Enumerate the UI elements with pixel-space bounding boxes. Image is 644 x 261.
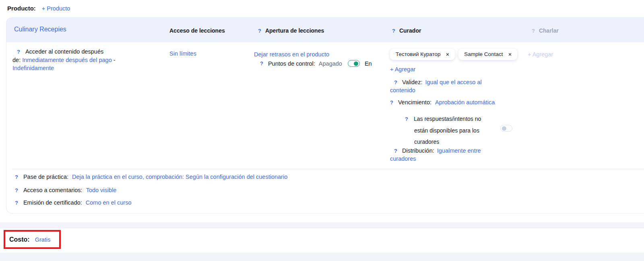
validity-link[interactable]: Igual que el acceso al [425,79,481,85]
section-separator [0,253,644,261]
distribution-line2: curadores [390,155,503,163]
column-header-lesson-access: Acceso de lecciones [169,27,225,34]
column-label: Curador [399,27,421,34]
comments-access-row: ? Acceso a comentarios: Todo visible [15,187,116,193]
dash: - [114,57,116,63]
card-divider [12,169,644,169]
section-separator [0,222,644,228]
toggle-knob [502,126,506,130]
help-icon[interactable]: ? [390,99,393,106]
column-header-chat: ? Charlar [532,27,559,34]
card-header: Culinary Recepies Acceso de lecciones ? … [6,18,644,42]
content-access-line1: ?Acceder al contenido después [12,48,161,56]
curator-chip[interactable]: Sample Contact ✕ [458,49,517,60]
content-access-line2: de: Inmediatamente después del pago - [12,56,161,64]
certificate-row: ? Emisión de certificado: Como en el cur… [15,199,131,206]
cost-value-link[interactable]: Gratis [35,236,51,243]
validity-line2: contenido [390,87,503,95]
curator-chip[interactable]: Тестовий Куратор ✕ [390,49,455,60]
help-icon[interactable]: ? [15,174,18,180]
chip-label: Тестовий Куратор [396,51,441,57]
answers-line1: ?Las respuestas/intentos no [405,113,500,125]
checkpoints-setting: ? Puntos de control: Apagado En [260,60,372,67]
checkpoints-label: Puntos de control: [268,60,315,67]
content-access-line3: Indefinidamente [12,64,161,72]
column-label: Acceso de lecciones [169,27,225,34]
product-toolbar: Producto: + Producto [7,5,70,12]
help-icon[interactable]: ? [394,148,397,154]
help-icon[interactable]: ? [392,28,395,34]
page: Producto: + Producto Culinary Recepies A… [0,0,644,261]
checkpoints-toggle[interactable] [348,60,360,67]
curator-chips: Тестовий Куратор ✕ Sample Contact ✕ [390,49,517,60]
distribution-link[interactable]: curadores [390,155,416,162]
answers-line2: están disponibles para los [405,125,500,136]
content-access-label: Acceder al contenido después [25,48,103,55]
validity-label: Validez: [402,79,423,85]
practice-pass-label: Pase de práctica: [23,174,68,180]
cost-highlight-annotation: Costo: Gratis [4,230,61,249]
comments-access-link[interactable]: Todo visible [86,187,117,193]
help-icon[interactable]: ? [258,28,261,34]
answers-toggle[interactable] [500,125,512,132]
distribution-line1: ?Distribución:Igualmente entre [390,147,503,155]
expiration-setting: ? Vencimiento: Aprobación automática [390,99,495,106]
cost-label: Costo: [9,236,30,243]
toggle-knob [354,61,358,66]
answers-availability-setting: ?Las respuestas/intentos no están dispon… [405,113,500,147]
delay-link[interactable]: Dejar retrasos en el producto [254,50,329,58]
add-product-link[interactable]: + Producto [42,5,70,12]
lesson-access-link[interactable]: Sin límites [169,50,196,58]
product-card: Culinary Recepies Acceso de lecciones ? … [6,17,644,213]
add-curator-link[interactable]: + Agregar [390,66,415,72]
validity-setting: ?Validez:Igual que el acceso al contenid… [390,79,503,94]
add-chat-link[interactable]: + Agregar [528,51,553,58]
column-header-lesson-opening: ? Apertura de lecciones [258,27,324,34]
help-icon[interactable]: ? [394,79,397,85]
practice-pass-row: ? Pase de práctica: Deja la práctica en … [15,174,287,180]
help-icon[interactable]: ? [17,49,20,55]
distribution-link[interactable]: Igualmente entre [437,147,481,154]
comments-access-label: Acceso a comentarios: [23,187,83,193]
help-icon: ? [532,28,535,34]
access-start-link[interactable]: Inmediatamente después del pago [22,57,112,63]
content-access-label: de: [12,57,21,63]
access-end-link[interactable]: Indefinidamente [12,65,54,71]
help-icon[interactable]: ? [405,116,408,122]
column-label: Apertura de lecciones [265,27,324,34]
toggle-off-label: Apagado [319,60,342,67]
toggle-on-label: En [365,60,372,67]
help-icon[interactable]: ? [15,187,18,193]
remove-icon[interactable]: ✕ [508,52,512,57]
help-icon[interactable]: ? [15,200,18,206]
expiration-label: Vencimiento: [398,99,431,106]
answers-text: Las respuestas/intentos no [414,116,481,122]
chip-label: Sample Contact [464,51,503,57]
expiration-link[interactable]: Aprobación automática [435,99,495,106]
certificate-link[interactable]: Como en el curso [86,199,132,206]
remove-icon[interactable]: ✕ [446,52,450,57]
certificate-label: Emisión de certificado: [23,199,82,206]
validity-line1: ?Validez:Igual que el acceso al [390,79,503,87]
validity-link[interactable]: contenido [390,87,415,93]
product-label: Producto: [7,5,36,12]
column-label: Charlar [539,27,559,34]
column-header-curator: ? Curador [392,27,421,34]
product-title-link[interactable]: Culinary Recepies [14,26,66,33]
content-access-setting: ?Acceder al contenido después de: Inmedi… [12,48,161,72]
help-icon[interactable]: ? [260,60,263,66]
answers-line3: curadores [405,136,500,147]
distribution-label: Distribución: [402,147,434,154]
distribution-setting: ?Distribución:Igualmente entre curadores [390,147,503,163]
practice-pass-link[interactable]: Deja la práctica en el curso, comprobaci… [72,174,287,180]
